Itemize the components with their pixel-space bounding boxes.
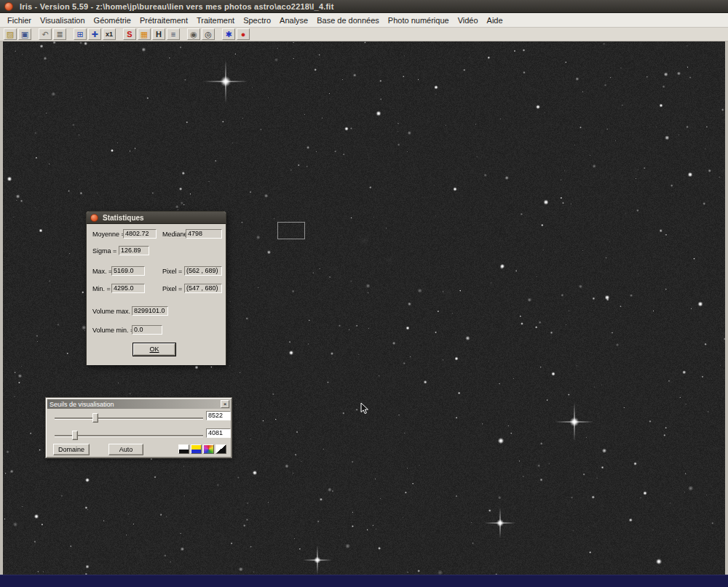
moyenne-value: 4802.72 bbox=[123, 229, 157, 239]
moyenne-label: Moyenne = bbox=[92, 231, 125, 238]
open-file-icon[interactable]: ▨ bbox=[4, 28, 17, 40]
max-value: 5169.0 bbox=[111, 266, 145, 276]
menu-aide[interactable]: Aide bbox=[483, 14, 507, 27]
menu-photo-num-rique[interactable]: Photo numérique bbox=[384, 14, 454, 27]
target-icon[interactable]: ◎ bbox=[202, 28, 215, 40]
toolbar-separator bbox=[117, 34, 123, 35]
domaine-button[interactable]: Domaine bbox=[53, 444, 90, 455]
window-title: Iris - Version 5.59 - z:\home\jp\bureau\… bbox=[20, 2, 334, 11]
high-threshold-value[interactable]: 8522 bbox=[206, 411, 231, 420]
red-dot-icon[interactable]: ● bbox=[237, 28, 250, 40]
thresholds-body: 8522 4081 Domaine Auto bbox=[46, 409, 232, 458]
volume-max-label: Volume max. = bbox=[92, 308, 136, 315]
max-pixel-value: (562 , 689) bbox=[184, 266, 222, 276]
menu-vid-o[interactable]: Vidéo bbox=[454, 14, 483, 27]
max-pixel-label: Pixel = bbox=[162, 268, 182, 275]
menu-spectro[interactable]: Spectro bbox=[239, 14, 275, 27]
statistics-titlebar[interactable]: Statistiques bbox=[87, 212, 226, 224]
toolbar-separator bbox=[33, 34, 39, 35]
low-threshold-value[interactable]: 4081 bbox=[206, 428, 231, 438]
adjust-icon[interactable]: ≣ bbox=[53, 28, 66, 40]
menu-base-de-donn-es[interactable]: Base de données bbox=[312, 14, 384, 27]
ok-button[interactable]: OK bbox=[133, 343, 175, 356]
undo-icon[interactable]: ↶ bbox=[39, 28, 52, 40]
statistics-body: Moyenne = 4802.72 Mediane = 4798 Sigma =… bbox=[87, 224, 226, 365]
mediane-value: 4798 bbox=[186, 229, 222, 239]
min-pixel-label: Pixel = bbox=[162, 285, 182, 292]
bw-mode-button[interactable] bbox=[178, 444, 189, 454]
screen: Iris - Version 5.59 - z:\home\jp\bureau\… bbox=[0, 0, 728, 587]
min-pixel-value: (547 , 680) bbox=[184, 284, 222, 293]
min-label: Min. = bbox=[92, 285, 111, 292]
sigma-label: Sigma = bbox=[92, 247, 116, 255]
selection-rectangle[interactable] bbox=[277, 222, 305, 239]
histogram-icon[interactable]: H bbox=[152, 28, 165, 40]
thresholds-title: Seuils de visualisation bbox=[50, 401, 114, 408]
min-value: 4295.0 bbox=[111, 284, 145, 293]
max-label: Max. = bbox=[92, 268, 112, 275]
low-threshold-slider-thumb[interactable] bbox=[72, 431, 78, 440]
thresholds-dialog: Seuils de visualisation × 8522 4081 Doma… bbox=[45, 397, 232, 458]
toolbar: ▨▣↶≣⊞✚x1S▦H≡◉◎✱● bbox=[0, 28, 728, 41]
workspace: Statistiques Moyenne = 4802.72 Mediane =… bbox=[0, 41, 728, 575]
move-arrows-icon[interactable]: ✚ bbox=[88, 28, 101, 40]
thresholds-titlebar[interactable]: Seuils de visualisation × bbox=[47, 399, 230, 409]
menubar: FichierVisualisationGéométriePrétraiteme… bbox=[0, 13, 728, 28]
menu-analyse[interactable]: Analyse bbox=[275, 14, 312, 27]
titlebar: Iris - Version 5.59 - z:\home\jp\bureau\… bbox=[0, 0, 728, 13]
sigma-value: 126.89 bbox=[119, 246, 149, 255]
statistics-title: Statistiques bbox=[103, 214, 144, 222]
image-viewport[interactable]: Statistiques Moyenne = 4802.72 Mediane =… bbox=[3, 41, 725, 575]
pan-grid-icon[interactable]: ⊞ bbox=[74, 28, 87, 40]
volume-max-value: 8299101.0 bbox=[132, 306, 168, 316]
close-window-icon[interactable] bbox=[4, 2, 13, 11]
desktop-strip bbox=[0, 575, 728, 587]
high-threshold-slider-track[interactable] bbox=[55, 418, 203, 420]
threshold-icon[interactable]: ▦ bbox=[138, 28, 151, 40]
duo-mode-button[interactable] bbox=[191, 444, 202, 454]
blue-star-icon[interactable]: ✱ bbox=[222, 28, 235, 40]
save-icon[interactable]: ▣ bbox=[18, 28, 31, 40]
volume-min-value: 0.0 bbox=[132, 325, 162, 335]
statistics-dialog: Statistiques Moyenne = 4802.72 Mediane =… bbox=[86, 211, 226, 365]
volume-min-label: Volume min. = bbox=[92, 327, 134, 334]
high-threshold-slider-thumb[interactable] bbox=[92, 413, 98, 423]
ramp-mode-button[interactable] bbox=[215, 444, 226, 454]
toolbar-separator bbox=[181, 34, 187, 35]
menu-g-om-trie[interactable]: Géométrie bbox=[90, 14, 135, 27]
thresholds-close-icon[interactable]: × bbox=[221, 400, 229, 408]
color-mode-button[interactable] bbox=[203, 444, 214, 454]
menu-visualisation[interactable]: Visualisation bbox=[36, 14, 90, 27]
spectro-s-icon[interactable]: S bbox=[123, 28, 136, 40]
camera-icon[interactable]: ◉ bbox=[187, 28, 200, 40]
zoom-x1-icon[interactable]: x1 bbox=[103, 28, 116, 40]
command-list-icon[interactable]: ≡ bbox=[167, 28, 180, 40]
menu-fichier[interactable]: Fichier bbox=[3, 14, 36, 27]
auto-button[interactable]: Auto bbox=[108, 444, 143, 455]
statistics-close-icon[interactable] bbox=[90, 214, 98, 222]
menu-traitement[interactable]: Traitement bbox=[192, 14, 239, 27]
toolbar-separator bbox=[216, 34, 222, 35]
menu-pr-traitement[interactable]: Prétraitement bbox=[135, 14, 192, 27]
toolbar-separator bbox=[68, 34, 74, 35]
